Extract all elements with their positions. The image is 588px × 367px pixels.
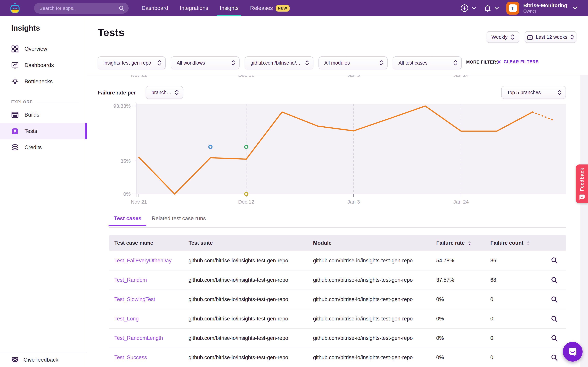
top-navigation-bar: DashboardIntegrationsInsightsReleasesNEW <box>0 0 588 16</box>
test-suite-cell: github.com/bitrise-io/insights-test-gen-… <box>189 257 313 264</box>
module-cell: github.com/bitrise-io/insights-test-gen-… <box>313 316 436 322</box>
notifications-bell-icon[interactable] <box>484 4 492 12</box>
test-case-name-link[interactable]: Test_Long <box>114 316 189 322</box>
chevron-down-icon[interactable] <box>494 7 499 10</box>
updown-chevrons-icon <box>454 60 457 66</box>
tab-test-cases[interactable]: Test cases <box>114 216 141 226</box>
more-filters-button[interactable]: MORE FILTERS <box>466 60 499 65</box>
failure-rate-dimension-select[interactable]: branches <box>146 86 183 99</box>
nav-item-integrations[interactable]: Integrations <box>180 0 208 16</box>
failure-rate-cell: 0% <box>436 354 490 360</box>
add-new-button[interactable] <box>460 4 469 13</box>
sort-arrows-icon[interactable] <box>527 241 530 245</box>
sidebar-item-label: Credits <box>25 144 42 150</box>
result-tabs: Test casesRelated test case runs <box>114 216 206 226</box>
module-cell: github.com/bitrise-io/insights-test-gen-… <box>313 277 436 283</box>
chat-launcher-button[interactable] <box>563 342 583 362</box>
sidebar-item-bottlenecks[interactable]: Bottlenecks <box>0 73 87 90</box>
feedback-tab-label: Feedback <box>576 167 588 192</box>
divider <box>109 227 566 228</box>
nav-item-label: Integrations <box>180 5 208 11</box>
new-badge: NEW <box>276 5 289 11</box>
table-row: Test_FailEveryOtherDaygithub.com/bitrise… <box>109 251 566 270</box>
column-header-failure-rate[interactable]: Failure rate <box>436 240 490 246</box>
granularity-select[interactable]: Weekly <box>487 31 519 43</box>
filter-dropdown-2[interactable]: github.com/bitrise-io/... <box>245 56 313 69</box>
filter-dropdown-3[interactable]: All modules <box>319 56 388 69</box>
builds-icon <box>11 111 19 119</box>
test-cases-table: Test case nameTest suiteModuleFailure ra… <box>109 235 566 367</box>
envelope-icon <box>11 356 19 363</box>
module-cell: github.com/bitrise-io/insights-test-gen-… <box>313 257 436 264</box>
chevron-down-icon[interactable] <box>472 7 476 10</box>
updown-chevrons-icon <box>175 90 179 95</box>
filter-dropdown-1[interactable]: All workflows <box>171 56 240 69</box>
magnifier-icon[interactable] <box>551 354 558 361</box>
plot-area <box>136 104 566 194</box>
table-row: Test_Longgithub.com/bitrise-io/insights-… <box>109 309 566 328</box>
app-search-box[interactable] <box>34 3 129 14</box>
feedback-tab-button[interactable]: Feedback <box>576 165 588 203</box>
filter-dropdown-4[interactable]: All test cases <box>393 56 462 69</box>
updown-chevrons-icon <box>380 60 383 66</box>
table-row: Test_RandomLengthgithub.com/bitrise-io/i… <box>109 328 566 348</box>
magnifier-icon[interactable] <box>551 334 558 342</box>
sidebar-item-tests[interactable]: Tests <box>0 123 87 139</box>
filter-dropdown-0[interactable]: insights-test-gen-repo <box>98 56 166 69</box>
failure-rate-cell: 0% <box>436 335 490 341</box>
row-actions <box>545 334 566 342</box>
test-suite-cell: github.com/bitrise-io/insights-test-gen-… <box>189 296 313 302</box>
x-tick-label: Jan 3 <box>347 199 360 205</box>
test-suite-cell: github.com/bitrise-io/insights-test-gen-… <box>189 316 313 322</box>
nav-item-label: Releases <box>250 5 273 11</box>
sidebar-item-dashboards[interactable]: Dashboards <box>0 57 87 73</box>
filter-value: github.com/bitrise-io/... <box>251 60 305 66</box>
updown-chevrons-icon <box>231 60 235 66</box>
failure-count-cell: 0 <box>490 296 545 302</box>
account-switcher[interactable]: Bitrise-Monitoring Owner <box>523 2 567 14</box>
divider <box>37 102 79 102</box>
test-case-name-link[interactable]: Test_SlowingTest <box>114 296 189 302</box>
workspace-avatar[interactable]: T <box>506 2 519 15</box>
scrollbar-gutter[interactable] <box>580 75 588 367</box>
nav-item-dashboard[interactable]: Dashboard <box>142 0 168 16</box>
magnifier-icon[interactable] <box>551 257 558 264</box>
data-point-branch-2 <box>209 145 212 148</box>
sort-arrows-icon[interactable] <box>468 241 471 245</box>
test-case-name-link[interactable]: Test_RandomLength <box>114 335 189 341</box>
sidebar-item-overview[interactable]: Overview <box>0 41 87 57</box>
explore-label: EXPLORE <box>11 100 33 104</box>
updown-chevrons-icon <box>558 90 562 95</box>
updown-chevrons-icon <box>157 60 161 66</box>
column-header-failure-count[interactable]: Failure count <box>490 240 545 246</box>
sidebar-item-label: Bottlenecks <box>25 78 52 85</box>
table-row: Test_SlowingTestgithub.com/bitrise-io/in… <box>109 290 566 309</box>
date-range-select[interactable]: Last 12 weeks <box>525 31 576 43</box>
clear-filters-button[interactable]: ✕ CLEAR FILTERS <box>497 59 539 65</box>
nav-item-releases[interactable]: ReleasesNEW <box>250 0 290 16</box>
magnifier-icon[interactable] <box>551 296 558 303</box>
magnifier-icon[interactable] <box>551 276 558 284</box>
top-branches-select[interactable]: Top 5 branches <box>501 86 566 99</box>
give-feedback-label: Give feedback <box>24 357 58 363</box>
tab-related-test-case-runs[interactable]: Related test case runs <box>152 216 206 226</box>
test-case-name-link[interactable]: Test_Success <box>114 354 189 360</box>
give-feedback-button[interactable]: Give feedback <box>0 352 87 367</box>
sidebar-item-builds[interactable]: Builds <box>0 107 87 123</box>
sidebar-item-credits[interactable]: Credits <box>0 139 87 156</box>
chevron-down-icon[interactable] <box>573 7 578 10</box>
bitrise-logo-icon[interactable] <box>9 3 20 14</box>
test-case-name-link[interactable]: Test_FailEveryOtherDay <box>114 257 189 264</box>
x-tick-label: Dec 12 <box>238 199 254 205</box>
sidebar-title: Insights <box>11 24 87 33</box>
magnifier-icon[interactable] <box>551 315 558 322</box>
search-input[interactable] <box>39 5 119 11</box>
sort-desc-icon <box>468 243 471 245</box>
test-case-name-link[interactable]: Test_Random <box>114 277 189 283</box>
y-tick-label: 35% <box>121 158 131 164</box>
page-header: Tests Weekly Last 12 weeks <box>87 16 588 75</box>
failure-rate-line-chart[interactable]: 0%35%93.33%Nov 21Dec 12Jan 3Jan 24 <box>109 99 572 216</box>
nav-item-insights[interactable]: Insights <box>220 0 239 16</box>
test-suite-cell: github.com/bitrise-io/insights-test-gen-… <box>189 354 313 360</box>
sidebar-main-menu: OverviewDashboardsBottlenecks <box>0 41 87 90</box>
